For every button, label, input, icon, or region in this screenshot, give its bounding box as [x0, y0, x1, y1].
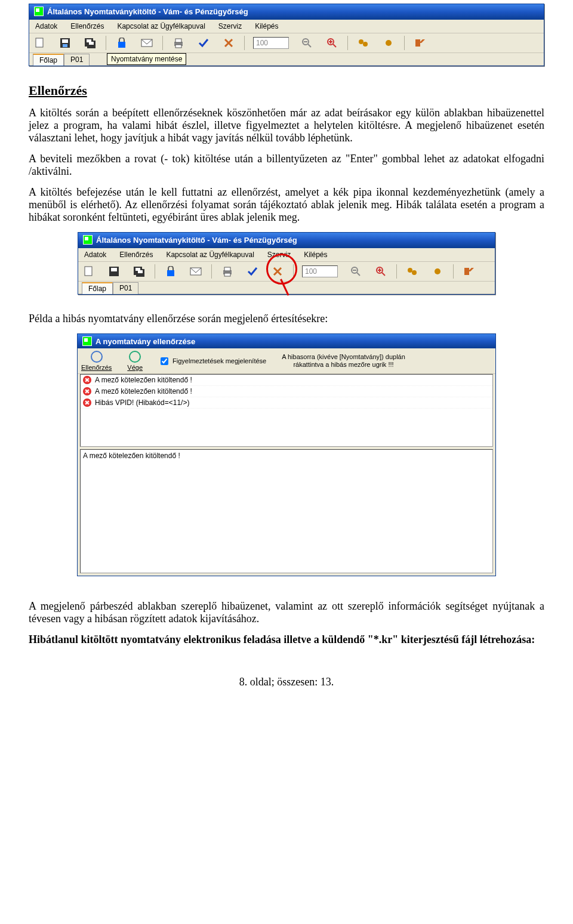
menu-kapcsolat[interactable]: Kapcsolat az Ügyfélkapuval [164, 249, 256, 260]
svg-point-20 [359, 39, 363, 44]
svg-line-39 [382, 273, 385, 276]
svg-rect-12 [175, 45, 181, 48]
save-icon[interactable] [107, 264, 121, 279]
svg-rect-3 [63, 44, 67, 47]
lock-icon[interactable] [164, 264, 178, 279]
zoom-input[interactable]: 100 [302, 265, 338, 277]
para-2: A beviteli mezőkben a rovat (- tok) kitö… [29, 153, 544, 178]
exit-icon[interactable] [462, 264, 476, 279]
menu-adatok[interactable]: Adatok [33, 21, 60, 32]
check-icon[interactable] [196, 36, 211, 50]
app-window-1: Általános Nyomtatványkitöltő - Vám- és P… [29, 4, 544, 66]
tab-p01[interactable]: P01 [64, 54, 90, 66]
zoom-out-icon[interactable] [349, 264, 363, 279]
page-footer: 8. oldal; összesen: 13. [29, 676, 544, 688]
menu-adatok[interactable]: Adatok [82, 249, 109, 260]
error-icon [83, 398, 91, 407]
svg-rect-11 [175, 39, 181, 42]
error-row[interactable]: A mező kötelezően kitöltendő ! [81, 386, 492, 397]
svg-point-43 [412, 270, 417, 275]
saveall-icon[interactable] [132, 264, 146, 279]
check-icon[interactable] [245, 264, 260, 279]
window-title: Általános Nyomtatványkitöltő - Vám- és P… [96, 236, 297, 245]
mail-icon[interactable] [140, 36, 154, 50]
new-icon[interactable] [33, 36, 47, 50]
zoom-in-icon[interactable] [325, 36, 339, 50]
svg-rect-34 [224, 273, 230, 276]
gears-icon[interactable] [356, 36, 371, 50]
error-dialog: A nyomtatvány ellenőrzése Ellenőrzés Vég… [77, 333, 496, 576]
svg-rect-29 [138, 270, 143, 273]
app-icon [82, 336, 92, 346]
dialog-title-bar: A nyomtatvány ellenőrzése [78, 334, 495, 348]
show-warnings-checkbox[interactable]: Figyelmeztetések megjelenítése [158, 356, 266, 367]
zoom-out-icon[interactable] [300, 36, 314, 50]
svg-rect-23 [85, 267, 92, 276]
tab-folap[interactable]: Főlap [82, 282, 113, 294]
zoom-input[interactable]: 100 [253, 37, 289, 49]
svg-rect-25 [111, 268, 117, 271]
app-icon [83, 235, 93, 245]
menu-kapcsolat[interactable]: Kapcsolat az Ügyfélkapuval [115, 21, 207, 32]
menu-szerviz[interactable]: Szerviz [265, 249, 293, 260]
app-window-2: Általános Nyomtatványkitöltő - Vám- és P… [78, 232, 495, 295]
end-button-label: Vége [127, 364, 143, 371]
gear-single-icon[interactable] [430, 264, 445, 279]
zoom-in-icon[interactable] [374, 264, 388, 279]
title-bar: Általános Nyomtatványkitöltő - Vám- és P… [29, 4, 544, 20]
svg-rect-7 [89, 42, 94, 45]
check-button-label: Ellenőrzés [81, 364, 112, 371]
menu-szerviz[interactable]: Szerviz [216, 21, 244, 32]
app-icon [34, 7, 44, 16]
error-row[interactable]: Hibás VPID! (Hibakód=<11/>) [81, 397, 492, 409]
print-icon[interactable] [220, 264, 235, 279]
error-text: Hibás VPID! (Hibakód=<11/>) [95, 398, 189, 407]
toolbar: 100 [78, 262, 495, 282]
exit-icon[interactable] [413, 36, 427, 50]
dialog-header: Ellenőrzés Vége Figyelmeztetések megjele… [78, 348, 495, 374]
svg-rect-30 [167, 270, 174, 276]
svg-point-22 [386, 40, 392, 46]
para-4: Példa a hibás nyomtatvány ellenőrzése so… [29, 313, 544, 325]
menu-ellenorzes[interactable]: Ellenőrzés [117, 249, 155, 260]
error-icon [83, 387, 91, 395]
checkbox-input[interactable] [161, 357, 168, 365]
menu-kilepes[interactable]: Kilépés [301, 249, 329, 260]
saveall-icon[interactable] [83, 36, 97, 50]
para-5: A megjelenő párbeszéd ablakban szereplő … [29, 600, 544, 625]
para-6: Hibátlanul kitöltött nyomtatvány elektro… [29, 633, 544, 646]
end-button[interactable]: Vége [127, 351, 143, 371]
error-text: A mező kötelezően kitöltendő ! [95, 376, 192, 384]
error-row[interactable]: A mező kötelezően kitöltendő ! [81, 375, 492, 386]
gear-single-icon[interactable] [381, 36, 396, 50]
svg-rect-0 [36, 38, 43, 47]
svg-point-42 [408, 268, 412, 273]
new-icon[interactable] [82, 264, 96, 279]
lock-icon[interactable] [115, 36, 129, 50]
tab-strip: Főlap P01 Nyomtatvány mentése [29, 53, 544, 66]
delete-icon[interactable] [221, 36, 236, 50]
tab-strip: Főlap P01 [78, 282, 495, 294]
svg-point-21 [363, 42, 368, 47]
delete-icon[interactable] [270, 264, 285, 279]
menu-ellenorzes[interactable]: Ellenőrzés [68, 21, 106, 32]
svg-rect-33 [224, 267, 230, 271]
gears-icon[interactable] [405, 264, 420, 279]
save-icon[interactable] [58, 36, 72, 50]
svg-line-14 [308, 44, 311, 47]
svg-rect-8 [118, 42, 125, 48]
tooltip-save: Nyomtatvány mentése [107, 53, 186, 65]
error-icon [83, 376, 91, 384]
menu-bar: Adatok Ellenőrzés Kapcsolat az Ügyfélkap… [78, 248, 495, 262]
mail-icon[interactable] [189, 264, 203, 279]
error-list[interactable]: A mező kötelezően kitöltendő ! A mező kö… [80, 374, 493, 447]
toolbar: 100 [29, 33, 544, 53]
check-button[interactable]: Ellenőrzés [81, 351, 112, 371]
menu-kilepes[interactable]: Kilépés [252, 21, 281, 32]
para-3: A kitöltés befejezése után le kell futta… [29, 186, 544, 224]
print-icon[interactable] [171, 36, 186, 50]
para-1: A kitöltés során a beépített ellenőrzése… [29, 107, 544, 144]
menu-bar: Adatok Ellenőrzés Kapcsolat az Ügyfélkap… [29, 20, 544, 33]
tab-folap[interactable]: Főlap [33, 54, 64, 66]
tab-p01[interactable]: P01 [113, 282, 138, 294]
